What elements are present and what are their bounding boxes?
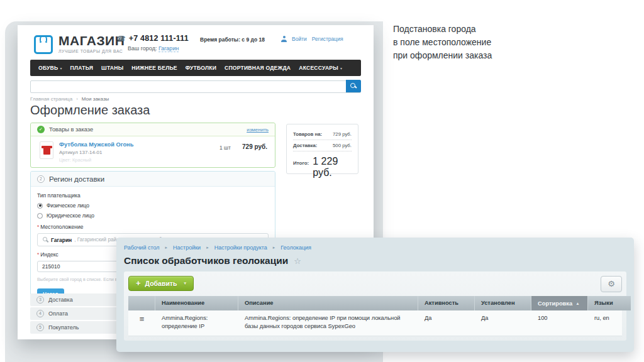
cell-description: Ammina.Regions: определение IP при помощ… xyxy=(238,310,418,336)
required-mark: * xyxy=(37,224,39,230)
region-box-title: Регион доставки xyxy=(49,175,104,183)
favorite-star-icon[interactable]: ☆ xyxy=(294,256,301,266)
required-mark: * xyxy=(37,251,39,258)
summary-delivery-value: 500 руб. xyxy=(333,143,352,148)
shop-logo[interactable]: МАГАЗИН ЛУЧШИЕ ТОВАРЫ ДЛЯ ВАС xyxy=(34,33,125,54)
product-name-link[interactable]: Футболка Мужской Огонь xyxy=(59,141,133,148)
admin-window: Рабочий стол ▸ Настройки ▸ Настройки про… xyxy=(116,238,634,352)
settings-gear-button[interactable]: ⚙ xyxy=(601,276,622,292)
screenshot-stage: МАГАЗИН ЛУЧШИЕ ТОВАРЫ ДЛЯ ВАС ☎ +7 4812 … xyxy=(0,0,644,362)
summary-total-row: Итого: 1 229 руб. xyxy=(293,156,352,178)
column-header-installed[interactable]: Установлен xyxy=(475,296,531,310)
city-link[interactable]: Гагарин xyxy=(158,45,179,52)
cell-languages: ru, en xyxy=(588,310,631,336)
shop-logo-tagline: ЛУЧШИЕ ТОВАРЫ ДЛЯ ВАС xyxy=(58,49,125,53)
location-city-value: Гагарин xyxy=(51,237,72,243)
annotation-line: Подстановка города xyxy=(393,23,492,36)
radio-unselected-icon[interactable] xyxy=(37,213,43,219)
phone-icon: ☎ xyxy=(117,35,126,43)
chevron-down-icon: ▾ xyxy=(60,66,62,70)
drag-column-header xyxy=(128,296,155,310)
edit-order-link[interactable]: изменить xyxy=(247,127,269,133)
cell-active: Да xyxy=(418,310,475,336)
user-icon xyxy=(281,36,287,42)
step-number-icon: 4 xyxy=(36,310,44,317)
product-sku: Артикул 137-14-01 xyxy=(59,150,133,155)
city-label: Ваш город: xyxy=(128,45,157,52)
product-quantity: 1 шт xyxy=(219,145,231,151)
contact-block: ☎ +7 4812 111-111 Ваш город: Гагарин xyxy=(117,34,189,52)
cell-name: Ammina.Regions: определение IP xyxy=(155,310,238,336)
admin-page-title: Список обработчиков геолокации xyxy=(124,255,288,266)
postcode-input[interactable]: 215010 xyxy=(37,261,119,272)
search-button[interactable] xyxy=(346,80,361,92)
product-thumbnail xyxy=(40,141,53,159)
step-number-icon: 3 xyxy=(36,296,44,304)
column-header-sort[interactable]: Сортировка▲ xyxy=(531,296,588,310)
summary-items-value: 729 руб. xyxy=(333,131,352,137)
nav-item-shoes[interactable]: ОБУВЬ ▾ xyxy=(38,65,62,71)
nav-item-tshirts[interactable]: ФУТБОЛКИ xyxy=(186,65,216,71)
shopping-bag-icon xyxy=(34,33,53,54)
nav-item-pants[interactable]: ШТАНЫ xyxy=(101,65,123,71)
column-header-description[interactable]: Описание xyxy=(238,296,418,310)
breadcrumb-separator-icon: ▸ xyxy=(273,245,275,250)
annotation-line: при оформлении заказа xyxy=(393,49,492,62)
plus-icon: + xyxy=(136,280,141,287)
chevron-down-icon: ▾ xyxy=(184,281,186,286)
gear-icon: ⚙ xyxy=(608,279,615,288)
cell-sort: 100 xyxy=(531,310,588,336)
order-summary-box: Товаров на: 729 руб. Доставка: 500 руб. … xyxy=(286,124,358,174)
search-input[interactable] xyxy=(30,80,361,93)
annotation-line: в поле местоположение xyxy=(393,36,492,49)
radio-selected-icon[interactable] xyxy=(37,203,43,209)
main-nav: ОБУВЬ ▾ ПЛАТЬЯ ШТАНЫ НИЖНЕЕ БЕЛЬЕ ФУТБОЛ… xyxy=(30,60,361,76)
product-row: Футболка Мужской Огонь Артикул 137-14-01… xyxy=(31,136,275,163)
breadcrumb-separator-icon: ▸ xyxy=(165,245,168,250)
column-header-languages[interactable]: Языки xyxy=(588,296,631,310)
cell-installed: Да xyxy=(475,310,531,336)
search-bar xyxy=(30,80,361,92)
payer-legal-option[interactable]: Юридическое лицо xyxy=(37,212,269,219)
payer-type-label: Тип плательщика xyxy=(37,192,269,199)
nav-item-accessories[interactable]: АКСЕССУАРЫ ▾ xyxy=(299,65,342,71)
nav-item-sportswear[interactable]: СПОРТИВНАЯ ОДЕЖДА xyxy=(225,65,291,71)
product-price: 729 руб. xyxy=(242,143,267,150)
breadcrumb: Главная страница › Мои заказы xyxy=(30,96,109,102)
payer-individual-option[interactable]: Физическое лицо xyxy=(37,202,269,209)
login-link[interactable]: Войти xyxy=(292,36,307,42)
nav-item-underwear[interactable]: НИЖНЕЕ БЕЛЬЕ xyxy=(131,65,177,71)
search-icon xyxy=(350,83,357,89)
summary-delivery-row: Доставка: 500 руб. xyxy=(293,140,352,151)
summary-items-label: Товаров на: xyxy=(293,131,322,137)
register-link[interactable]: Регистрация xyxy=(312,36,343,42)
drag-handle-icon[interactable]: ≡ xyxy=(128,310,155,336)
admin-breadcrumb: Рабочий стол ▸ Настройки ▸ Настройки про… xyxy=(124,244,626,251)
location-label: *Местоположение xyxy=(37,224,269,230)
column-header-name[interactable]: Наименование xyxy=(155,296,238,310)
summary-total-value: 1 229 руб. xyxy=(313,156,352,178)
admin-content-panel: + Добавить ▾ ⚙ Наименование Описание Акт… xyxy=(124,272,626,341)
admin-breadcrumb-desktop[interactable]: Рабочий стол xyxy=(124,244,160,251)
order-items-box: ✓ Товары в заказе изменить Футболка Мужс… xyxy=(30,123,275,168)
product-note: Цвет: Красный xyxy=(59,157,133,163)
breadcrumb-home[interactable]: Главная страница xyxy=(30,96,72,102)
tshirt-image xyxy=(43,146,50,155)
table-header-row: Наименование Описание Активность Установ… xyxy=(128,296,622,310)
column-header-active[interactable]: Активность xyxy=(418,296,475,310)
shop-logo-title: МАГАЗИН xyxy=(58,33,125,48)
check-circle-icon: ✓ xyxy=(37,126,45,133)
nav-item-dresses[interactable]: ПЛАТЬЯ xyxy=(70,65,93,71)
work-hours: Время работы: с 9 до 18 xyxy=(200,36,265,43)
breadcrumb-separator-icon: › xyxy=(76,96,78,102)
step-number-icon: 5 xyxy=(36,324,44,331)
summary-items-row: Товаров на: 729 руб. xyxy=(293,129,352,140)
handlers-table: Наименование Описание Активность Установ… xyxy=(128,296,622,336)
account-block: Войти Регистрация xyxy=(281,36,343,42)
admin-breadcrumb-settings[interactable]: Настройки xyxy=(173,244,201,251)
add-button[interactable]: + Добавить ▾ xyxy=(128,276,194,291)
admin-breadcrumb-product-settings[interactable]: Настройки продукта xyxy=(214,244,267,251)
annotation-text: Подстановка города в поле местоположение… xyxy=(393,23,492,62)
phone-number[interactable]: +7 4812 111-111 xyxy=(129,34,189,43)
admin-breadcrumb-geolocation[interactable]: Геолокация xyxy=(280,244,311,251)
